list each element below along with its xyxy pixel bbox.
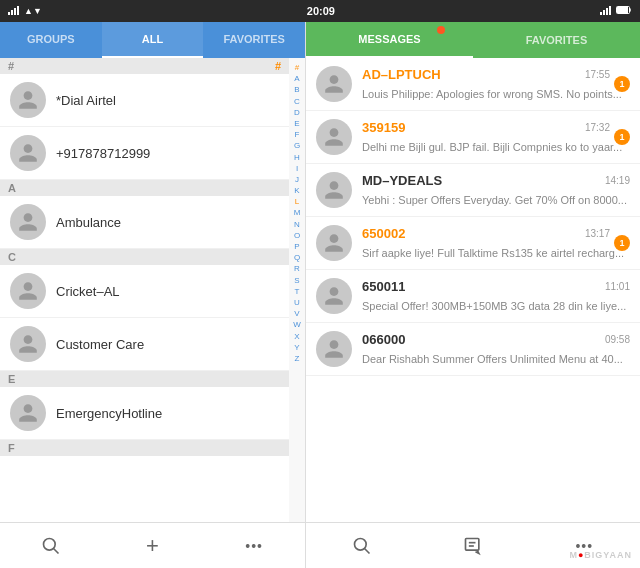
- msg-content: 650002 13:17 Sirf aapke liye! Full Talkt…: [362, 226, 610, 261]
- msg-preview: Dear Rishabh Summer Offers Unlimited Men…: [362, 353, 623, 365]
- svg-rect-7: [609, 6, 611, 15]
- svg-rect-5: [603, 10, 605, 15]
- alpha-g[interactable]: G: [294, 140, 300, 151]
- alpha-f[interactable]: F: [295, 129, 300, 140]
- contact-item-cricket-al[interactable]: Cricket–AL: [0, 265, 289, 318]
- bottom-bar-right: ••• M●BIGYAAN: [306, 522, 640, 568]
- msg-preview: Special Offer! 300MB+150MB 3G data 28 di…: [362, 300, 626, 312]
- alpha-k[interactable]: K: [294, 185, 299, 196]
- svg-point-13: [354, 538, 366, 550]
- msg-header: 650011 11:01: [362, 279, 630, 294]
- message-item-md-ydeals[interactable]: MD–YDEALS 14:19 Yebhi : Super Offers Eve…: [306, 164, 640, 217]
- alpha-j[interactable]: J: [295, 174, 299, 185]
- right-tab-bar: MESSAGES FAVORITES: [306, 22, 640, 58]
- alpha-o[interactable]: O: [294, 230, 300, 241]
- contact-item-ambulance[interactable]: Ambulance: [0, 196, 289, 249]
- battery-icon: [616, 5, 632, 17]
- contact-item-emergency-hotline[interactable]: EmergencyHotline: [0, 387, 289, 440]
- alpha-y[interactable]: Y: [294, 342, 299, 353]
- alpha-h[interactable]: H: [294, 152, 300, 163]
- main-panels: GROUPS ALL FAVORITES # # *Dial Airtel: [0, 22, 640, 568]
- message-item-359159[interactable]: 359159 17:32 Delhi me Bijli gul. BJP fai…: [306, 111, 640, 164]
- contact-item-customer-care[interactable]: Customer Care: [0, 318, 289, 371]
- msg-time: 14:19: [605, 175, 630, 186]
- alpha-a[interactable]: A: [294, 73, 299, 84]
- msg-avatar: [316, 66, 352, 102]
- msg-time: 17:55: [585, 69, 610, 80]
- msg-header: 359159 17:32: [362, 120, 610, 135]
- svg-line-14: [364, 548, 369, 553]
- alpha-m[interactable]: M: [294, 207, 301, 218]
- msg-preview: Louis Philippe: Apologies for wrong SMS.…: [362, 88, 622, 100]
- tab-groups[interactable]: GROUPS: [0, 22, 102, 58]
- alpha-v[interactable]: V: [294, 308, 299, 319]
- alpha-t[interactable]: T: [295, 286, 300, 297]
- more-button-left[interactable]: •••: [238, 530, 270, 562]
- watermark: M●BIGYAAN: [569, 550, 632, 560]
- alpha-p[interactable]: P: [294, 241, 299, 252]
- add-contact-button[interactable]: +: [136, 530, 168, 562]
- msg-header: MD–YDEALS 14:19: [362, 173, 630, 188]
- alpha-c[interactable]: C: [294, 96, 300, 107]
- tab-all[interactable]: ALL: [102, 22, 204, 58]
- msg-header: 066000 09:58: [362, 332, 630, 347]
- msg-header: 650002 13:17: [362, 226, 610, 241]
- section-header-c: C: [0, 249, 289, 265]
- search-button[interactable]: [35, 530, 67, 562]
- contact-name: +917878712999: [56, 146, 150, 161]
- alpha-i[interactable]: I: [296, 163, 298, 174]
- alpha-u[interactable]: U: [294, 297, 300, 308]
- alpha-x[interactable]: X: [294, 331, 299, 342]
- status-time: 20:09: [307, 5, 335, 17]
- alpha-d[interactable]: D: [294, 107, 300, 118]
- message-item-066000[interactable]: 066000 09:58 Dear Rishabh Summer Offers …: [306, 323, 640, 376]
- tab-messages[interactable]: MESSAGES: [306, 22, 473, 58]
- unread-badge: 1: [614, 129, 630, 145]
- tab-favorites-left[interactable]: FAVORITES: [203, 22, 305, 58]
- svg-line-12: [53, 548, 58, 553]
- avatar: [10, 326, 46, 362]
- msg-content: 359159 17:32 Delhi me Bijli gul. BJP fai…: [362, 120, 610, 155]
- search-messages-button[interactable]: [346, 530, 378, 562]
- avatar: [10, 273, 46, 309]
- svg-rect-1: [11, 10, 13, 15]
- msg-avatar: [316, 331, 352, 367]
- contact-item-number1[interactable]: +917878712999: [0, 127, 289, 180]
- contact-item-dial-airtel[interactable]: *Dial Airtel: [0, 74, 289, 127]
- alpha-l[interactable]: L: [295, 196, 299, 207]
- alpha-w[interactable]: W: [293, 319, 301, 330]
- tab-favorites-right[interactable]: FAVORITES: [473, 22, 640, 58]
- msg-avatar: [316, 119, 352, 155]
- avatar: [10, 395, 46, 431]
- status-bar: ▲▼ 20:09: [0, 0, 640, 22]
- alpha-r[interactable]: R: [294, 263, 300, 274]
- message-item-650002[interactable]: 650002 13:17 Sirf aapke liye! Full Talkt…: [306, 217, 640, 270]
- alpha-s[interactable]: S: [294, 275, 299, 286]
- alpha-e[interactable]: E: [294, 118, 299, 129]
- alpha-z[interactable]: Z: [295, 353, 300, 364]
- msg-preview: Delhi me Bijli gul. BJP fail. Bijli Comp…: [362, 141, 622, 153]
- msg-avatar: [316, 278, 352, 314]
- section-header-f: F: [0, 440, 289, 456]
- alpha-n[interactable]: N: [294, 219, 300, 230]
- contact-name: EmergencyHotline: [56, 406, 162, 421]
- compose-button[interactable]: [457, 530, 489, 562]
- unread-badge: 1: [614, 76, 630, 92]
- svg-rect-9: [618, 8, 628, 13]
- contact-name: Cricket–AL: [56, 284, 120, 299]
- section-header-hash: # #: [0, 58, 289, 74]
- alpha-b[interactable]: B: [294, 84, 299, 95]
- avatar: [10, 204, 46, 240]
- unread-badge: 1: [614, 235, 630, 251]
- msg-sender: 359159: [362, 120, 405, 135]
- section-header-a: A: [0, 180, 289, 196]
- alpha-hash[interactable]: #: [295, 62, 299, 73]
- status-right-icons: [600, 5, 632, 17]
- message-item-ad-lptuch[interactable]: AD–LPTUCH 17:55 Louis Philippe: Apologie…: [306, 58, 640, 111]
- alpha-q[interactable]: Q: [294, 252, 300, 263]
- msg-content: MD–YDEALS 14:19 Yebhi : Super Offers Eve…: [362, 173, 630, 208]
- msg-sender: 650011: [362, 279, 405, 294]
- message-item-650011[interactable]: 650011 11:01 Special Offer! 300MB+150MB …: [306, 270, 640, 323]
- left-panel: GROUPS ALL FAVORITES # # *Dial Airtel: [0, 22, 306, 568]
- right-signal-icon: [600, 5, 612, 17]
